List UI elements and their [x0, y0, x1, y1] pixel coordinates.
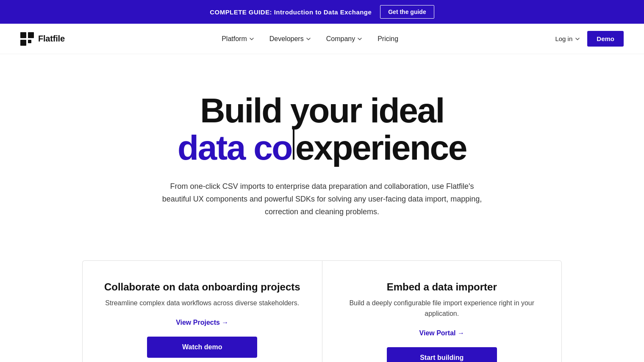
hero-line1: Build your ideal [119, 92, 525, 129]
demo-button[interactable]: Demo [587, 31, 624, 47]
banner-text: COMPLETE GUIDE: Introduction to Data Exc… [210, 8, 372, 16]
chevron-down-icon [306, 36, 311, 41]
svg-rect-1 [28, 32, 34, 38]
login-button[interactable]: Log in [555, 35, 580, 42]
logo[interactable]: Flatfile [20, 32, 65, 46]
hero-blue-text: data co [178, 129, 292, 167]
chevron-down-icon [249, 36, 254, 41]
start-building-button[interactable]: Start building [387, 347, 497, 362]
svg-rect-2 [20, 40, 26, 46]
hero-section: Build your ideal data co experience From… [110, 54, 534, 243]
svg-rect-3 [28, 40, 31, 43]
nav-links: Platform Developers Company Pricing [222, 35, 398, 43]
view-portal-link[interactable]: View Portal → [339, 329, 545, 337]
chevron-down-icon [575, 36, 580, 42]
navbar: Flatfile Platform Developers Company Pri… [0, 24, 644, 54]
logo-icon [20, 32, 34, 46]
nav-item-platform[interactable]: Platform [222, 35, 254, 43]
nav-item-developers[interactable]: Developers [269, 35, 311, 43]
get-guide-button[interactable]: Get the guide [380, 5, 434, 19]
nav-right: Log in Demo [555, 31, 624, 47]
view-projects-link[interactable]: View Projects → [100, 319, 305, 326]
card-importer: Embed a data importer Build a deeply con… [322, 260, 562, 362]
cards-section: Collaborate on data onboarding projects … [72, 260, 572, 362]
hero-black-text: experience [295, 129, 466, 167]
card-importer-desc: Build a deeply configurable file import … [339, 298, 545, 319]
card-projects-desc: Streamline complex data workflows across… [100, 298, 305, 309]
logo-text: Flatfile [38, 34, 65, 44]
nav-item-pricing[interactable]: Pricing [378, 35, 398, 43]
hero-cursor [293, 129, 294, 160]
chevron-down-icon [357, 36, 362, 41]
svg-rect-0 [20, 32, 26, 38]
hero-line2: data co experience [119, 129, 525, 167]
watch-demo-button[interactable]: Watch demo [147, 337, 257, 358]
top-banner: COMPLETE GUIDE: Introduction to Data Exc… [0, 0, 644, 24]
card-projects-title: Collaborate on data onboarding projects [100, 281, 305, 293]
nav-item-company[interactable]: Company [326, 35, 362, 43]
card-projects: Collaborate on data onboarding projects … [82, 260, 322, 362]
card-importer-title: Embed a data importer [339, 281, 545, 293]
hero-description: From one-click CSV imports to enterprise… [161, 180, 483, 218]
